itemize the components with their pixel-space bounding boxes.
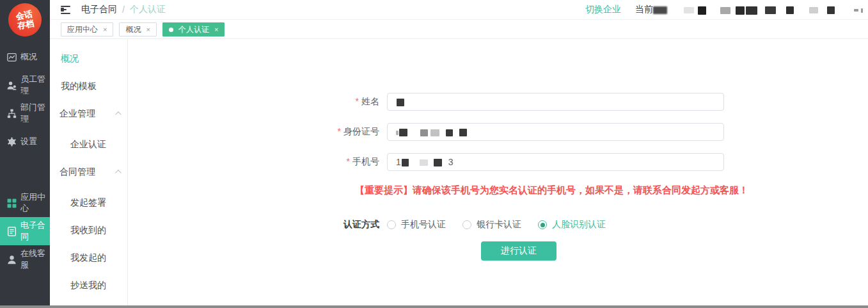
radio-circle-icon — [538, 220, 547, 229]
active-dot-icon — [169, 28, 173, 32]
name-value-redacted — [396, 97, 404, 107]
close-icon[interactable]: × — [103, 26, 107, 33]
auth-method-row: 认证方式 手机号认证 银行卡认证 人脸识别认证 — [128, 219, 868, 231]
app-sidebar: 会话 存档 概况 员工管理 部门管理 设置 — [0, 0, 50, 305]
form-row-name: *姓名 — [128, 93, 868, 111]
sidebar-item-app-center[interactable]: 应用中心 — [0, 189, 50, 217]
radio-bank-card-auth[interactable]: 银行卡认证 — [462, 219, 521, 231]
app-sidebar-group-top: 概况 员工管理 部门管理 设置 — [0, 43, 50, 156]
sidebar-group-contract-management[interactable]: 合同管理 — [50, 158, 127, 186]
required-asterisk: * — [356, 96, 359, 106]
overview-chart-icon — [7, 53, 17, 62]
phone-value-suffix: 3 — [448, 157, 454, 167]
close-icon[interactable]: × — [146, 26, 150, 33]
sidebar-item-cc-to-me[interactable]: 抄送我的 — [50, 272, 127, 299]
sidebar-item-label: 概况 — [20, 51, 37, 63]
sidebar-item-my-templates[interactable]: 我的模板 — [50, 72, 127, 100]
phone-label: *手机号 — [128, 156, 387, 168]
sidebar-item-label: 企业认证 — [70, 139, 106, 150]
e-contract-icon — [7, 227, 17, 236]
id-number-field[interactable] — [387, 123, 724, 141]
module-sidebar: 概况 我的模板 企业管理 企业认证 合同管理 发起签署 我收到的 我发起的 抄送… — [50, 39, 128, 305]
tab-label: 个人认证 — [178, 24, 209, 35]
sidebar-item-online-service[interactable]: 在线客服 — [0, 245, 50, 273]
collapse-menu-icon[interactable] — [61, 6, 71, 14]
form-row-phone: *手机号 13 — [128, 153, 868, 171]
chevron-up-icon — [115, 111, 122, 118]
sidebar-item-label: 应用中心 — [20, 191, 50, 215]
sidebar-item-initiate-signing[interactable]: 发起签署 — [50, 189, 127, 216]
bottom-scrollbar[interactable] — [0, 305, 868, 308]
radio-face-recognition-auth[interactable]: 人脸识别认证 — [538, 219, 606, 231]
settings-gear-icon — [7, 137, 17, 147]
important-warning-text: 【重要提示】请确保该手机号为您实名认证的手机号，如果不是，请联系合同发起方或客服… — [355, 184, 868, 197]
sidebar-item-label: 部门管理 — [20, 102, 50, 125]
phone-value-redacted — [401, 157, 442, 167]
sidebar-item-employees[interactable]: 员工管理 — [0, 71, 50, 99]
sidebar-item-label: 我收到的 — [70, 225, 106, 236]
personal-auth-form: *姓名 *身份证号 *手机号 13 【重要提示】请确保该手机号为您实名认证的手机… — [128, 39, 868, 261]
breadcrumb-current: 个人认证 — [130, 4, 166, 15]
sidebar-item-company-auth[interactable]: 企业认证 — [50, 131, 127, 158]
sidebar-item-label: 概况 — [61, 53, 79, 65]
app-center-icon — [7, 199, 17, 208]
sidebar-item-label: 合同管理 — [59, 166, 95, 178]
tab-overview[interactable]: 概况 × — [119, 22, 156, 36]
sidebar-item-label: 电子合同 — [20, 220, 50, 243]
sidebar-item-settings[interactable]: 设置 — [0, 127, 50, 156]
sidebar-item-departments[interactable]: 部门管理 — [0, 99, 50, 127]
app-logo-text: 会话 存档 — [15, 9, 35, 31]
online-service-icon — [7, 255, 17, 264]
form-row-id-number: *身份证号 — [128, 123, 868, 141]
switch-company-link[interactable]: 切换企业 — [585, 4, 621, 15]
sidebar-item-label: 我的模板 — [61, 81, 97, 92]
sidebar-item-initiated-by-me[interactable]: 我发起的 — [50, 244, 127, 272]
radio-label: 人脸识别认证 — [552, 219, 606, 231]
current-company-redacted — [653, 4, 863, 15]
radio-label: 银行卡认证 — [477, 219, 521, 231]
name-field[interactable] — [387, 93, 724, 111]
sidebar-item-label: 我发起的 — [70, 252, 106, 264]
tab-app-center[interactable]: 应用中心 × — [61, 22, 113, 36]
proceed-auth-button[interactable]: 进行认证 — [481, 241, 556, 261]
radio-circle-icon — [462, 220, 471, 229]
sidebar-item-overview[interactable]: 概况 — [0, 43, 50, 71]
app-sidebar-group-bottom: 应用中心 电子合同 在线客服 — [0, 189, 50, 273]
open-tabs-bar: 应用中心 × 概况 × 个人认证 × — [50, 20, 868, 39]
radio-label: 手机号认证 — [401, 219, 446, 231]
radio-circle-icon — [387, 220, 396, 229]
sidebar-item-label: 抄送我的 — [70, 280, 106, 291]
tab-label: 应用中心 — [67, 24, 98, 35]
auth-method-label: 认证方式 — [128, 219, 387, 231]
tab-label: 概况 — [125, 24, 141, 35]
id-number-value-redacted — [396, 127, 467, 137]
sidebar-item-overview-module[interactable]: 概况 — [50, 45, 127, 72]
chevron-up-icon — [115, 170, 122, 176]
breadcrumb-parent[interactable]: 电子合同 — [81, 4, 117, 15]
id-number-label: *身份证号 — [128, 126, 387, 138]
phone-field[interactable]: 13 — [387, 153, 724, 171]
sidebar-item-label: 发起签署 — [70, 197, 106, 209]
departments-icon — [7, 109, 17, 118]
required-asterisk: * — [347, 156, 350, 166]
header-right: 切换企业 当前 — [585, 4, 863, 15]
breadcrumb: 电子合同 / 个人认证 — [81, 4, 166, 15]
current-company-prefix: 当前 — [635, 4, 653, 15]
sidebar-item-label: 在线客服 — [20, 248, 50, 271]
required-asterisk: * — [338, 126, 341, 136]
breadcrumb-separator: / — [122, 4, 125, 15]
top-header: 电子合同 / 个人认证 切换企业 当前 — [50, 0, 868, 20]
name-label: *姓名 — [128, 96, 387, 108]
sidebar-item-label: 企业管理 — [59, 108, 95, 120]
sidebar-item-label: 设置 — [20, 136, 37, 147]
app-logo[interactable]: 会话 存档 — [8, 3, 42, 36]
radio-phone-auth[interactable]: 手机号认证 — [387, 219, 446, 231]
sidebar-item-received[interactable]: 我收到的 — [50, 216, 127, 244]
sidebar-item-e-contract[interactable]: 电子合同 — [0, 217, 50, 245]
sidebar-group-company-management[interactable]: 企业管理 — [50, 100, 127, 127]
close-icon[interactable]: × — [214, 26, 218, 33]
tab-personal-auth[interactable]: 个人认证 × — [162, 22, 225, 36]
phone-value-prefix: 1 — [396, 157, 401, 167]
main-content: *姓名 *身份证号 *手机号 13 【重要提示】请确保该手机号为您实名认证的手机… — [128, 39, 868, 305]
sidebar-item-label: 员工管理 — [20, 74, 50, 97]
